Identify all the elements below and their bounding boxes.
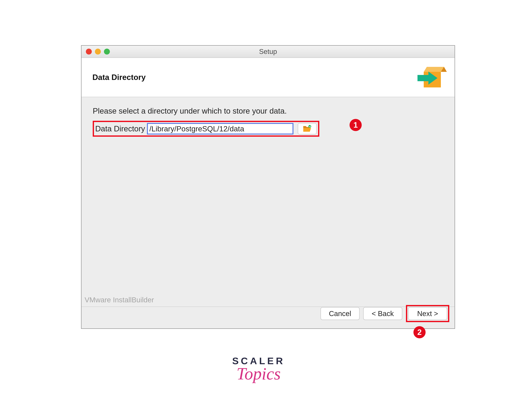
data-directory-row: Data Directory (93, 121, 319, 137)
next-button-highlight: Next > (406, 305, 449, 322)
instruction-text: Please select a directory under which to… (93, 106, 443, 116)
wizard-content: Please select a directory under which to… (82, 97, 455, 328)
installer-brand: VMware InstallBuilder (85, 296, 154, 304)
svg-point-4 (309, 125, 311, 128)
minimize-window-button[interactable] (95, 49, 101, 55)
next-button[interactable]: Next > (408, 307, 447, 320)
cancel-button[interactable]: Cancel (321, 307, 359, 320)
folder-open-icon (303, 125, 312, 133)
window-controls (86, 49, 110, 55)
close-window-button[interactable] (86, 49, 92, 55)
titlebar: Setup (82, 46, 455, 58)
data-directory-input[interactable] (147, 123, 294, 135)
installer-box-icon (417, 64, 447, 90)
annotation-callout-2: 2 (413, 326, 426, 338)
topics-text: Topics (232, 364, 285, 384)
wizard-buttons: Cancel < Back Next > (321, 305, 449, 322)
back-button[interactable]: < Back (363, 307, 402, 320)
svg-marker-1 (424, 67, 444, 72)
wizard-header: Data Directory (82, 58, 455, 97)
window-title: Setup (82, 48, 455, 56)
setup-window: Setup Data Directory Please select a dir… (81, 45, 455, 329)
browse-button[interactable] (298, 123, 317, 134)
scaler-topics-logo: SCALER Topics (232, 355, 285, 384)
annotation-callout-1: 1 (350, 119, 362, 131)
page-title: Data Directory (92, 73, 146, 82)
zoom-window-button[interactable] (104, 49, 110, 55)
data-directory-label: Data Directory (95, 124, 145, 133)
